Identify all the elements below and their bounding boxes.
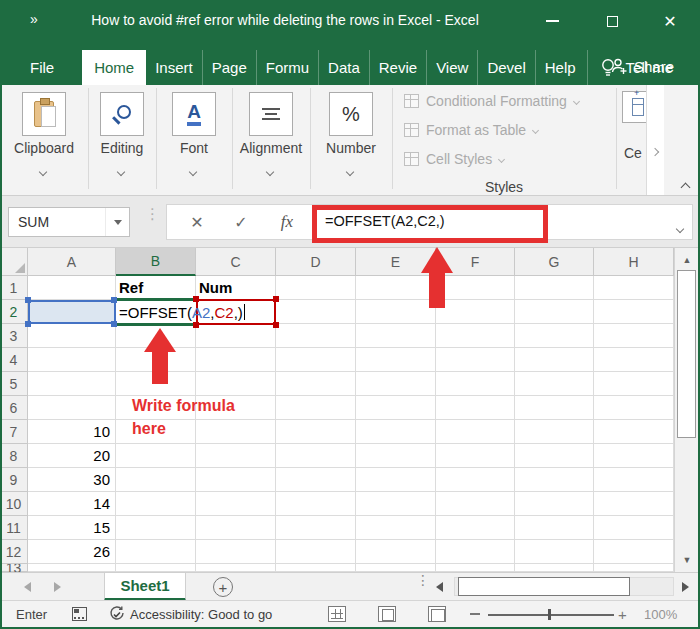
cell-d7[interactable] [276,420,356,444]
chevron-down-icon[interactable] [190,161,197,168]
row-header-13[interactable]: 13 [0,564,28,572]
accessibility-status[interactable]: Accessibility: Good to go [130,607,272,622]
cell-f2[interactable] [436,300,515,324]
column-header-g[interactable]: G [515,248,594,276]
cell-h7[interactable] [594,420,674,444]
selection-handle[interactable] [273,322,279,328]
row-header-4[interactable]: 4 [0,348,28,372]
cell-c12[interactable] [196,540,276,564]
cell-a11[interactable]: 15 [28,516,116,540]
maximize-button[interactable] [594,4,630,38]
insert-function-button[interactable]: fx [270,205,304,239]
cell-d12[interactable] [276,540,356,564]
font-button[interactable]: A [172,92,216,136]
cell-h3[interactable] [594,324,674,348]
cell-f3[interactable] [436,324,515,348]
menu-tab-file[interactable]: File [18,50,66,85]
cell-h2[interactable] [594,300,674,324]
cell-f10[interactable] [436,492,515,516]
minimize-button[interactable] [534,4,570,38]
cell-g6[interactable] [515,396,594,420]
cell-c11[interactable] [196,516,276,540]
cell-c9[interactable] [196,468,276,492]
cell-g13[interactable] [515,564,594,572]
formula-bar-grip-icon[interactable]: ⋮ [145,210,160,218]
editing-button[interactable] [100,92,144,136]
row-header-6[interactable]: 6 [0,396,28,420]
normal-view-button[interactable] [328,606,346,622]
cell-e5[interactable] [356,372,436,396]
chevron-down-icon[interactable] [267,161,274,168]
cell-a7[interactable]: 10 [28,420,116,444]
cell-d1[interactable] [276,276,356,300]
cell-g9[interactable] [515,468,594,492]
zoom-out-button[interactable] [470,613,480,615]
zoom-slider-thumb[interactable] [548,609,551,620]
cell-h5[interactable] [594,372,674,396]
ribbon-scroll-right-button[interactable] [646,85,664,195]
cell-a4[interactable] [28,348,116,372]
cell-d10[interactable] [276,492,356,516]
styles-item-conditional-formatting[interactable]: Conditional Formatting [404,93,579,109]
cell-f11[interactable] [436,516,515,540]
selection-handle[interactable] [111,321,117,327]
cell-e1[interactable] [356,276,436,300]
cell-c4[interactable] [196,348,276,372]
cell-c8[interactable] [196,444,276,468]
cell-f4[interactable] [436,348,515,372]
cell-g4[interactable] [515,348,594,372]
column-header-d[interactable]: D [276,248,356,276]
vertical-scrollbar-thumb[interactable] [677,270,696,438]
cell-a1[interactable] [28,276,116,300]
scroll-left-button[interactable] [436,582,443,592]
close-button[interactable]: ✕ [652,4,688,38]
cell-edit-text[interactable]: =OFFSET(A2,C2,) [119,301,245,323]
cell-f9[interactable] [436,468,515,492]
cell-g2[interactable] [515,300,594,324]
cell-e4[interactable] [356,348,436,372]
quick-access-overflow-icon[interactable]: » [30,11,36,27]
sheet-nav-right-icon[interactable] [54,582,61,592]
cell-c1[interactable]: Num [196,276,276,300]
cell-d3[interactable] [276,324,356,348]
styles-item-cell-styles[interactable]: Cell Styles [404,151,504,167]
zoom-in-button[interactable]: + [618,608,627,621]
cell-g11[interactable] [515,516,594,540]
cell-h9[interactable] [594,468,674,492]
cell-a3[interactable] [28,324,116,348]
cell-h12[interactable] [594,540,674,564]
cell-f12[interactable] [436,540,515,564]
cell-e3[interactable] [356,324,436,348]
share-button[interactable]: Share [610,57,674,75]
row-header-1[interactable]: 1 [0,276,28,300]
cell-e13[interactable] [356,564,436,572]
zoom-level[interactable]: 100% [644,607,677,622]
cell-f5[interactable] [436,372,515,396]
menu-tab-insert[interactable]: Insert [146,50,202,85]
cell-g1[interactable] [515,276,594,300]
cell-d6[interactable] [276,396,356,420]
cell-a5[interactable] [28,372,116,396]
cell-h4[interactable] [594,348,674,372]
cell-b13[interactable] [116,564,196,572]
column-header-a[interactable]: A [28,248,116,276]
menu-tab-view[interactable]: View [426,50,477,85]
sheet-tab-sheet1[interactable]: Sheet1 [104,573,186,601]
cell-d8[interactable] [276,444,356,468]
menu-tab-data[interactable]: Data [318,50,369,85]
menu-tab-formu[interactable]: Formu [256,50,318,85]
cell-h10[interactable] [594,492,674,516]
cell-h1[interactable] [594,276,674,300]
sheet-nav-left-icon[interactable] [24,582,31,592]
select-all-button[interactable] [0,248,28,276]
cell-e12[interactable] [356,540,436,564]
row-header-9[interactable]: 9 [0,468,28,492]
cell-d2[interactable] [276,300,356,324]
menu-tab-page[interactable]: Page [202,50,256,85]
cell-f13[interactable] [436,564,515,572]
selection-handle[interactable] [25,321,31,327]
row-header-12[interactable]: 12 [0,540,28,564]
cell-c10[interactable] [196,492,276,516]
cell-b8[interactable] [116,444,196,468]
menu-tab-home[interactable]: Home [82,50,146,85]
